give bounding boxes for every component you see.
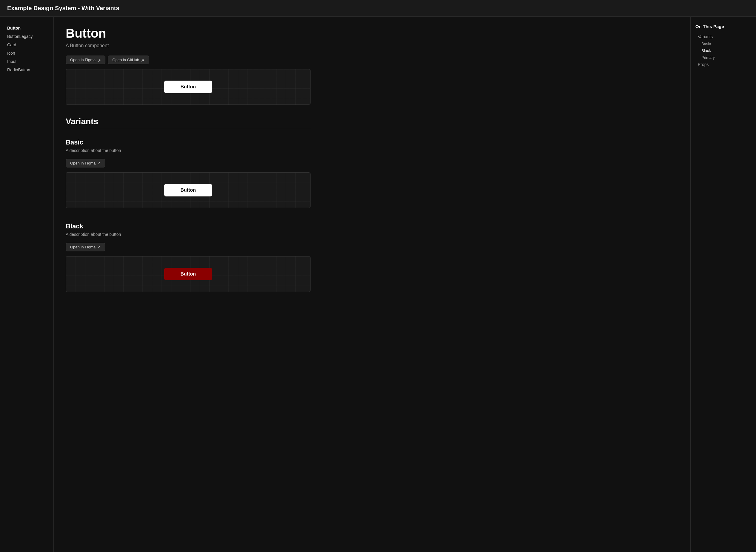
variant-figma-label-basic: Open in Figma bbox=[70, 161, 96, 165]
open-in-github-button[interactable]: Open in GitHub ↗ bbox=[108, 55, 149, 64]
sidebar-item-icon[interactable]: Icon bbox=[5, 49, 49, 57]
variant-desc-black: A description about the button bbox=[66, 232, 310, 237]
toc-item-black[interactable]: Black bbox=[696, 47, 751, 54]
variant-section-black: Black A description about the button Ope… bbox=[66, 223, 310, 292]
toc-item-basic[interactable]: Basic bbox=[696, 40, 751, 47]
variant-desc-basic: A description about the button bbox=[66, 148, 310, 153]
variant-figma-label-black: Open in Figma bbox=[70, 245, 96, 249]
sidebar-item-input[interactable]: Input bbox=[5, 57, 49, 66]
main-action-buttons: Open in Figma ↗ Open in GitHub ↗ bbox=[66, 55, 310, 64]
variant-section-basic: Basic A description about the button Ope… bbox=[66, 139, 310, 208]
external-link-icon-variant-basic: ↗ bbox=[97, 161, 101, 165]
sidebar-item-button[interactable]: Button bbox=[5, 24, 49, 32]
sidebar-item-radiobutton[interactable]: RadioButton bbox=[5, 66, 49, 74]
variants-heading: Variants bbox=[66, 117, 310, 126]
main-preview-button[interactable]: Button bbox=[164, 81, 212, 93]
open-in-figma-button[interactable]: Open in Figma ↗ bbox=[66, 55, 105, 64]
external-link-icon-variant-black: ↗ bbox=[97, 245, 101, 249]
page-subtitle: A Button component bbox=[66, 43, 310, 48]
variant-open-figma-black[interactable]: Open in Figma ↗ bbox=[66, 243, 105, 251]
external-link-icon: ↗ bbox=[97, 58, 101, 62]
open-figma-label: Open in Figma bbox=[70, 57, 96, 62]
variant-button-black[interactable]: Button bbox=[164, 268, 212, 280]
sidebar-item-card[interactable]: Card bbox=[5, 41, 49, 49]
variant-preview-basic: Button bbox=[66, 172, 310, 208]
app-title: Example Design System - With Variants bbox=[7, 5, 119, 11]
variant-preview-black: Button bbox=[66, 256, 310, 292]
right-sidebar: On This Page VariantsBasicBlackPrimaryPr… bbox=[690, 17, 756, 552]
left-sidebar: ButtonButtonLegacyCardIconInputRadioButt… bbox=[0, 17, 54, 552]
main-layout: ButtonButtonLegacyCardIconInputRadioButt… bbox=[0, 17, 756, 552]
variant-title-black: Black bbox=[66, 223, 310, 230]
main-content: Button A Button component Open in Figma … bbox=[54, 17, 323, 552]
toc-item-variants[interactable]: Variants bbox=[696, 33, 751, 40]
variant-title-basic: Basic bbox=[66, 139, 310, 146]
toc-list: VariantsBasicBlackPrimaryProps bbox=[696, 33, 751, 68]
variants-divider bbox=[66, 129, 310, 129]
main-preview-box: Button bbox=[66, 69, 310, 105]
variant-open-figma-basic[interactable]: Open in Figma ↗ bbox=[66, 159, 105, 167]
toc-item-primary[interactable]: Primary bbox=[696, 54, 751, 61]
open-github-label: Open in GitHub bbox=[112, 57, 139, 62]
variant-actions-basic: Open in Figma ↗ bbox=[66, 159, 310, 167]
variant-actions-black: Open in Figma ↗ bbox=[66, 243, 310, 251]
toc-item-props[interactable]: Props bbox=[696, 61, 751, 68]
external-link-icon-2: ↗ bbox=[141, 58, 144, 62]
toc-title: On This Page bbox=[696, 24, 751, 29]
variants-container: Basic A description about the button Ope… bbox=[66, 139, 310, 292]
page-title: Button bbox=[66, 26, 310, 41]
variant-button-basic[interactable]: Button bbox=[164, 184, 212, 196]
sidebar-item-buttonlegacy[interactable]: ButtonLegacy bbox=[5, 32, 49, 41]
app-header: Example Design System - With Variants bbox=[0, 0, 756, 17]
